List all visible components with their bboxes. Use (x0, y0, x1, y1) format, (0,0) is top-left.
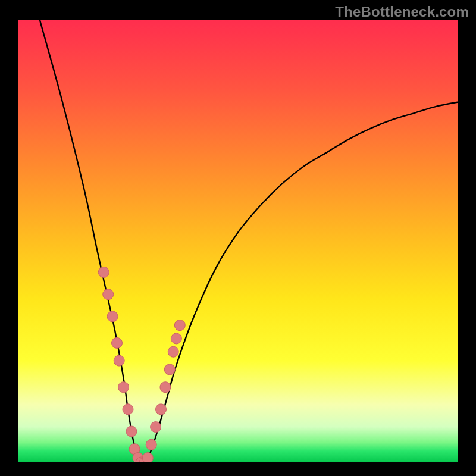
marker-point (171, 333, 181, 344)
marker-point (126, 426, 137, 437)
marker-point (156, 404, 167, 415)
marker-point (168, 346, 178, 357)
plot-area (18, 20, 458, 462)
chart-frame: TheBottleneck.com (0, 0, 476, 476)
marker-point (98, 267, 109, 278)
marker-point (146, 439, 156, 450)
marker-point (160, 382, 171, 393)
marker-point (112, 337, 123, 348)
marker-point (118, 382, 129, 393)
marker-point (164, 364, 175, 375)
curve-layer (18, 20, 458, 462)
marker-point (123, 404, 133, 415)
marker-point (142, 453, 153, 462)
highlight-markers (98, 267, 185, 462)
marker-point (151, 422, 161, 433)
marker-point (114, 355, 124, 366)
watermark-text: TheBottleneck.com (335, 4, 469, 20)
marker-point (174, 320, 185, 331)
marker-point (103, 289, 114, 300)
marker-point (107, 311, 118, 322)
bottleneck-curve (40, 20, 458, 462)
